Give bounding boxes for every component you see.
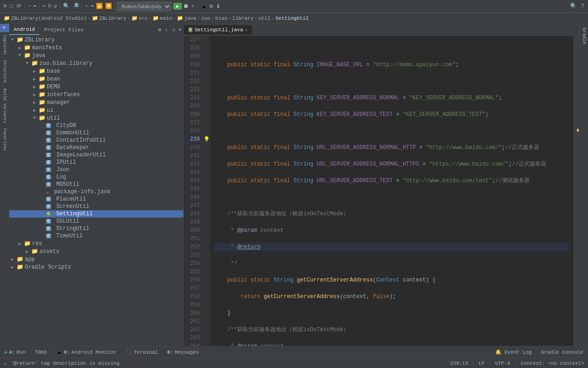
bottom-tabs: ▶ 4: Run TODO 📱 6: Android Monitor ⬛ Ter…: [0, 346, 588, 358]
tree-item-md5util[interactable]: C MD5Util: [9, 181, 183, 188]
debug-btn[interactable]: ⚡: [190, 3, 195, 10]
tree-item-manager[interactable]: ▶ 📁 manager: [9, 98, 183, 106]
bulb-icon[interactable]: 💡: [203, 135, 210, 144]
panel-more-btn[interactable]: ≡: [176, 27, 183, 33]
tree-item-iputil[interactable]: C IPUtil: [9, 159, 183, 166]
paste-btn[interactable]: ⎉: [53, 3, 58, 10]
tree-item-settingutil[interactable]: C SettingUtil: [9, 210, 183, 218]
monitor-btn[interactable]: 🌡: [215, 3, 222, 10]
tree-item-contactinfoutil[interactable]: C ContactInfoUtil: [9, 137, 183, 144]
help-btn[interactable]: ?: [579, 3, 586, 10]
breadcrumb-item-zblibrary[interactable]: 📁 ZBLibrary: [92, 15, 126, 21]
tree-item-base[interactable]: ▶ 📁 base: [9, 67, 183, 75]
code-editor[interactable]: 227 228 229 230 231 232 233 234 235 236 …: [184, 36, 579, 346]
tree-item-commonutil[interactable]: C CommonUtil: [9, 129, 183, 137]
tree-item-sslutil[interactable]: C SSLUtil: [9, 218, 183, 225]
tree-item-app[interactable]: ▶ 📁 app: [9, 255, 183, 263]
findmore-btn[interactable]: 🔎: [71, 3, 80, 10]
tree-item-interfaces[interactable]: ▶ 📁 interfaces: [9, 91, 183, 98]
favorites-icon[interactable]: Favorites: [1, 126, 8, 154]
run-config-select[interactable]: BottomTabActivity: [117, 2, 171, 11]
nav-up-btn[interactable]: 🔼: [95, 3, 104, 10]
nav-fwd-btn[interactable]: ➡: [90, 3, 95, 10]
sdk-btn[interactable]: 📱: [199, 3, 208, 10]
terminal-tab[interactable]: ⬛ Terminal: [121, 347, 163, 357]
warning-message: '@return' tag description is missing: [11, 361, 120, 366]
tree-item-stringutil[interactable]: C StringUtil: [9, 225, 183, 232]
breadcrumb-item-library[interactable]: library: [232, 16, 254, 21]
event-log-tab[interactable]: 🔔 Event Log: [491, 347, 537, 357]
tree-item-datakeeper[interactable]: C DataKeeper: [9, 144, 183, 151]
avd-btn[interactable]: ⚙: [209, 3, 214, 10]
project-panel-icon[interactable]: P: [0, 24, 9, 32]
toolbar: ≡ □ ⟳ ⬅ ➡ ✂ ⎘ ⎉ 🔍 🔎 ⬅ ➡ 🔼 🔽 BottomTabAct…: [0, 0, 588, 13]
tree-item-demo[interactable]: ▶ 📁 DEMO: [9, 83, 183, 91]
breadcrumb-item-java[interactable]: 📁 java: [177, 15, 196, 21]
tree-item-citydb[interactable]: C CityDB: [9, 122, 183, 129]
right-panel: Gradle: [579, 24, 588, 346]
stop-btn[interactable]: ⏹: [182, 3, 190, 10]
panel-sort-btn[interactable]: ↕: [163, 27, 170, 33]
tree-item-java[interactable]: ▼ 📁 java: [9, 52, 183, 59]
left-panel-tabs: P Captures Structure Build Variants Favo…: [0, 24, 9, 346]
tree-item-timeutil[interactable]: C TimeUtil: [9, 232, 183, 240]
tree-item-ui[interactable]: ▶ 📁 ui: [9, 106, 183, 114]
tree-item-placeutil[interactable]: C PlaceUtil: [9, 196, 183, 203]
toolbar-btn[interactable]: ≡: [2, 3, 8, 10]
build-variants-icon[interactable]: Build Variants: [1, 86, 8, 126]
nav-down-btn[interactable]: 🔽: [104, 3, 113, 10]
panel-collapse-btn[interactable]: ◁: [170, 27, 177, 33]
tree-item-package-info[interactable]: ☕ package-info.java: [9, 188, 183, 196]
editor-tab-settingutil[interactable]: C SettingUtil.java ✕: [184, 25, 253, 34]
warning-icon: ⚠: [4, 360, 7, 366]
nav-back-btn[interactable]: ⬅: [84, 3, 89, 10]
tree-item-log[interactable]: C Log: [9, 173, 183, 181]
redo-btn[interactable]: ➡: [32, 3, 37, 10]
breadcrumb-item-settingutil[interactable]: SettingUtil: [275, 16, 309, 21]
breadcrumb-item-util[interactable]: util: [258, 16, 270, 21]
find-btn[interactable]: 🔍: [62, 3, 71, 10]
cut-btn[interactable]: ✂: [41, 3, 46, 10]
gradle-tab[interactable]: Gradle: [579, 24, 588, 48]
right-gutter: [573, 36, 579, 346]
android-monitor-tab[interactable]: 📱 6: Android Monitor: [51, 347, 121, 357]
run-tab[interactable]: ▶ 4: Run: [0, 347, 30, 357]
search-everywhere-btn[interactable]: 🔍: [568, 3, 579, 10]
project-files-tab[interactable]: Project Files: [40, 25, 88, 34]
toolbar-btn[interactable]: □: [9, 3, 15, 10]
breadcrumb-item-zuo[interactable]: zuo: [201, 16, 210, 21]
android-tab[interactable]: Android: [9, 25, 40, 35]
breadcrumb-item-src[interactable]: 📁 src: [131, 15, 148, 21]
panel-settings-btn[interactable]: ⚙: [157, 27, 164, 33]
toolbar-btn[interactable]: ⟳: [15, 3, 23, 10]
tree-item-assets[interactable]: ▶ 📁 assets: [9, 247, 183, 255]
tree-item-zblibrary[interactable]: ▼ 📁 ZBLibrary: [9, 36, 183, 44]
editor-area: C SettingUtil.java ✕ 227 228 229 230 231…: [184, 24, 579, 346]
breadcrumb-item-project[interactable]: 📁 ZBLibrary(Android Studio): [4, 15, 87, 21]
project-tree: ▼ 📁 ZBLibrary ▶ 📁 manifests ▼ 📁 java ▼ 📁…: [9, 36, 183, 346]
run-btn[interactable]: ▶: [173, 3, 182, 10]
breadcrumb-item-main[interactable]: 📁 main: [153, 15, 172, 21]
tree-item-imageloaderutil[interactable]: C ImageLoaderUtil: [9, 151, 183, 159]
tree-item-manifests[interactable]: ▶ 📁 manifests: [9, 44, 183, 52]
todo-tab[interactable]: TODO: [30, 348, 51, 357]
copy-btn[interactable]: ⎘: [47, 3, 52, 10]
undo-btn[interactable]: ⬅: [27, 3, 32, 10]
tree-item-util[interactable]: ▼ 📁 util: [9, 114, 183, 122]
tab-close-btn[interactable]: ✕: [245, 27, 248, 33]
tree-item-bean[interactable]: ▶ 📁 bean: [9, 75, 183, 83]
tree-item-gradle-scripts[interactable]: ▶ 📁 Gradle Scripts: [9, 263, 183, 271]
breadcrumb: 📁 ZBLibrary(Android Studio) › 📁 ZBLibrar…: [0, 13, 588, 24]
messages-tab[interactable]: 0: Messages: [163, 348, 204, 357]
tree-item-screenutil[interactable]: C ScreenUtil: [9, 203, 183, 210]
captures-icon[interactable]: Captures: [1, 32, 8, 58]
tree-item-res[interactable]: ▶ 📁 res: [9, 240, 183, 247]
bottom-section: ▶ 4: Run TODO 📱 6: Android Monitor ⬛ Ter…: [0, 346, 588, 368]
tree-item-json[interactable]: C Json: [9, 166, 183, 173]
tree-item-zuo-biao-library[interactable]: ▼ 📁 zuo.biao.library: [9, 59, 183, 67]
gradle-console-tab[interactable]: Gradle Console: [537, 348, 588, 357]
code-content[interactable]: public static final String IMAGE_BASE_UR…: [210, 36, 573, 346]
status-bar: ⚠ '@return' tag description is missing 2…: [0, 358, 588, 368]
breadcrumb-item-biao[interactable]: biao: [215, 16, 227, 21]
structure-icon[interactable]: Structure: [1, 58, 8, 86]
